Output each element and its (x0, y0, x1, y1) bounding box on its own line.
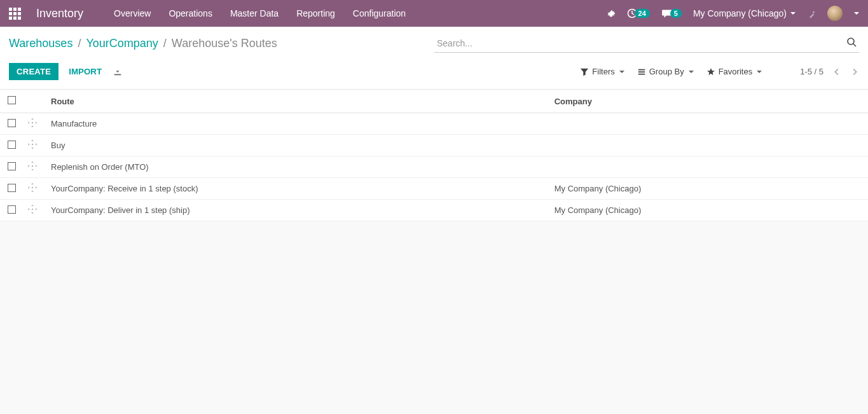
activities-badge: 24 (635, 9, 650, 18)
top-navbar: Inventory Overview Operations Master Dat… (0, 0, 868, 27)
groupby-label: Group By (649, 67, 684, 76)
caret-down-icon (790, 12, 796, 15)
user-avatar[interactable] (827, 6, 843, 21)
table-row[interactable]: YourCompany: Deliver in 1 step (ship)My … (0, 200, 868, 221)
row-checkbox[interactable] (8, 205, 16, 214)
row-checkbox[interactable] (8, 162, 16, 170)
cell-company: My Company (Chicago) (549, 200, 868, 221)
routes-table: Route Company ManufactureBuyReplenish on… (0, 90, 868, 221)
company-switcher[interactable]: My Company (Chicago) (693, 8, 796, 18)
user-caret-icon[interactable] (854, 12, 859, 15)
svg-point-1 (848, 38, 854, 45)
favorites-button[interactable]: Favorites (706, 67, 762, 76)
main-menu: Overview Operations Master Data Reportin… (107, 4, 412, 22)
row-checkbox[interactable] (8, 119, 16, 127)
apps-icon[interactable] (9, 8, 21, 20)
drag-handle-icon[interactable] (28, 205, 37, 214)
pager-next[interactable] (850, 67, 859, 77)
messages-badge: 5 (670, 9, 682, 18)
cell-route: Buy (46, 135, 549, 156)
activities-button[interactable]: 24 (627, 8, 650, 18)
funnel-icon (580, 67, 589, 76)
groupby-button[interactable]: Group By (637, 67, 694, 76)
cell-company (549, 156, 868, 178)
pager-prev[interactable] (832, 67, 841, 77)
column-route[interactable]: Route (46, 90, 549, 113)
star-icon (706, 67, 715, 76)
export-button[interactable] (113, 67, 122, 77)
table-row[interactable]: Replenish on Order (MTO) (0, 156, 868, 178)
breadcrumb-separator: / (163, 37, 167, 50)
caret-down-icon (689, 71, 694, 73)
cell-company (549, 113, 868, 135)
breadcrumb-warehouses[interactable]: Warehouses (9, 37, 72, 50)
drag-handle-icon[interactable] (28, 162, 37, 170)
messages-button[interactable]: 5 (661, 8, 682, 19)
table-row[interactable]: Buy (0, 135, 868, 156)
caret-down-icon (757, 71, 762, 73)
drag-handle-icon[interactable] (28, 183, 37, 192)
cell-company (549, 135, 868, 156)
drag-handle-icon[interactable] (28, 140, 37, 149)
row-checkbox[interactable] (8, 141, 16, 149)
favorites-label: Favorites (719, 67, 752, 76)
app-title[interactable]: Inventory (36, 7, 83, 20)
cell-route: Replenish on Order (MTO) (46, 156, 549, 178)
caret-down-icon (619, 71, 624, 73)
row-checkbox[interactable] (8, 184, 16, 192)
breadcrumb-current: Warehouse's Routes (172, 37, 277, 50)
cell-route: Manufacture (46, 113, 549, 135)
nav-operations[interactable]: Operations (162, 4, 218, 22)
table-row[interactable]: Manufacture (0, 113, 868, 135)
bug-icon[interactable] (607, 8, 616, 18)
filters-label: Filters (592, 67, 614, 76)
breadcrumb: Warehouses / YourCompany / Warehouse's R… (9, 37, 277, 50)
select-all-checkbox[interactable] (8, 96, 16, 104)
breadcrumb-yourcompany[interactable]: YourCompany (86, 37, 158, 50)
filters-button[interactable]: Filters (580, 67, 624, 76)
import-button[interactable]: IMPORT (61, 63, 109, 80)
control-panel: Warehouses / YourCompany / Warehouse's R… (0, 27, 868, 90)
column-company[interactable]: Company (549, 90, 868, 113)
nav-configuration[interactable]: Configuration (347, 4, 412, 22)
search-icon[interactable] (846, 37, 857, 47)
nav-reporting[interactable]: Reporting (290, 4, 341, 22)
search-input[interactable] (434, 34, 859, 53)
breadcrumb-separator: / (78, 37, 81, 50)
cell-route: YourCompany: Receive in 1 step (stock) (46, 178, 549, 200)
company-name: My Company (Chicago) (693, 8, 787, 18)
pager: 1-5 / 5 (800, 67, 859, 77)
create-button[interactable]: CREATE (9, 63, 59, 80)
debug-icon[interactable] (807, 8, 816, 18)
nav-overview[interactable]: Overview (107, 4, 157, 22)
drag-handle-icon[interactable] (28, 118, 37, 127)
cell-route: YourCompany: Deliver in 1 step (ship) (46, 200, 549, 221)
table-row[interactable]: YourCompany: Receive in 1 step (stock)My… (0, 178, 868, 200)
nav-master-data[interactable]: Master Data (224, 4, 285, 22)
cell-company: My Company (Chicago) (549, 178, 868, 200)
pager-range[interactable]: 1-5 / 5 (800, 67, 823, 76)
list-icon (637, 67, 646, 76)
search-container (434, 34, 859, 53)
list-view: Route Company ManufactureBuyReplenish on… (0, 90, 868, 221)
